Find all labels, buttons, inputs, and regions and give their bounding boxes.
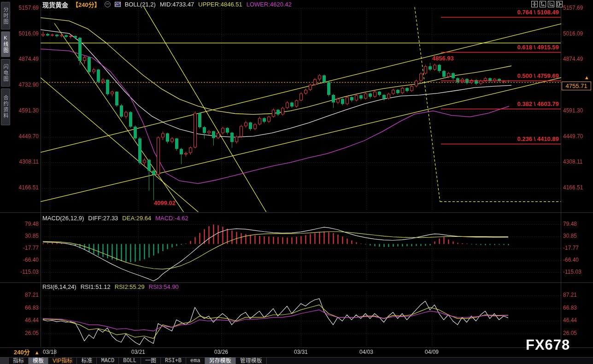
macd-diff-value: DIFF:27.33 [88, 215, 118, 222]
rsi-axis-label: 46.44 [13, 317, 39, 323]
price-axis-label: 4874.49 [13, 56, 39, 62]
rsi-axis-label: 87.21 [13, 292, 39, 298]
toolbar-spacer [0, 358, 9, 364]
last-price-box: 4755.71 [562, 82, 591, 90]
toolbar-item-2[interactable]: 模板 [29, 358, 48, 364]
rsi-axis-label: 26.05 [563, 330, 592, 336]
price-axis-label: 5157.69 [13, 5, 39, 11]
price-chart-header: 现货黄金 【240分】 BOLL(21,2) MID:4733.47 UPPER… [42, 1, 292, 8]
timeframe-label: 【240分】 [72, 0, 100, 9]
rsi-axis-label: 46.44 [563, 317, 592, 323]
macd-indicator-label: MACD(26,12,9) [42, 215, 84, 222]
macd-axis-label: -115.03 [13, 269, 39, 275]
rsi-indicator-label: RSI(6,14,24) [42, 283, 76, 290]
price-axis-label: 4308.11 [13, 159, 39, 165]
chart-application: 分时图K线图闪电图合约资料 现货黄金 【240分】 BOLL(21,2) MID… [0, 0, 593, 364]
price-axis-label: 5016.09 [13, 30, 39, 37]
price-axis-label: 5016.09 [563, 30, 592, 37]
macd-panel-header: MACD(26,12,9) DIFF:27.33 DEA:29.64 MACD:… [42, 215, 188, 222]
boll-upper-value: UPPER:4846.51 [198, 1, 242, 8]
fib-level-label: 0.618 \ 4915.59 [441, 44, 559, 51]
exit-chart-icon[interactable] [556, 1, 563, 7]
chart-canvas[interactable] [0, 0, 593, 364]
toolbar-item-4[interactable]: 标准 [77, 358, 97, 364]
sidebar-item-2[interactable]: K线图 [1, 31, 10, 57]
x-axis-date-label: 03/21 [127, 349, 149, 355]
macd-axis-label: -115.03 [563, 269, 592, 275]
macd-axis-label: -17.77 [13, 245, 39, 251]
chart-type-sidebar: 分时图K线图闪电图合约资料 [0, 0, 10, 203]
x-axis-date-label: 04/03 [355, 349, 377, 355]
price-axis-label: 5157.69 [563, 5, 592, 11]
boll-mid-value: MID:4733.47 [160, 1, 194, 8]
rsi-axis-label: 66.83 [13, 305, 39, 311]
macd-axis-label: 79.48 [13, 221, 39, 227]
rsi2-value: RSI2:55.29 [115, 283, 145, 290]
toolbar-item-6[interactable]: BOLL [119, 358, 141, 364]
rsi-axis-label: 87.21 [563, 292, 592, 298]
toolbar-item-3[interactable]: VIP指标 [48, 358, 77, 364]
chart-style-icon[interactable] [115, 2, 121, 7]
sidebar-item-4[interactable]: 合约资料 [1, 88, 10, 125]
toolbar-item-1[interactable]: 指标 [9, 358, 29, 364]
fx678-watermark: FX678 [526, 337, 570, 353]
x-axis-date-label: 04/09 [421, 349, 443, 355]
symbol-name: 现货黄金 [42, 0, 68, 9]
fib-level-label: 0.382 \ 4603.79 [441, 100, 559, 107]
bottom-toolbar: 指标模板VIP指标标准MACDBOLL一图RSI+Bema另存模板管理模板 [0, 357, 593, 364]
boll-indicator-label: BOLL(21,2) [125, 1, 156, 8]
boll-lower-value: LOWER:4620.42 [247, 1, 292, 8]
interval-label: 240分 [14, 349, 30, 356]
x-axis-date-label: 03/18 [39, 349, 61, 355]
rsi-panel-header: RSI(6,14,24) RSI1:51.12 RSI2:55.29 RSI3:… [42, 283, 179, 290]
toolbar-item-8[interactable]: RSI+B [161, 358, 186, 364]
price-axis-label: 4449.70 [13, 133, 39, 140]
macd-axis-label: -66.40 [13, 257, 39, 263]
axis-zoom-y-icon[interactable] [540, 1, 546, 7]
fib-level-label: 0.500 \ 4759.69 [441, 72, 559, 79]
sidebar-item-3[interactable]: 闪电图 [1, 59, 10, 87]
macd-axis-label: 79.48 [563, 221, 592, 227]
price-axis-label: 4591.30 [13, 107, 39, 114]
rsi-axis-label: 26.05 [13, 330, 39, 336]
rsi-axis-label: 66.83 [563, 305, 592, 311]
collapse-icon[interactable] [105, 1, 111, 7]
price-axis-label: 4166.51 [563, 184, 592, 191]
axis-zoom-x-icon[interactable] [548, 1, 554, 7]
macd-macd-value: MACD:-4.62 [155, 215, 188, 222]
macd-dea-value: DEA:29.64 [122, 215, 151, 222]
macd-axis-label: -66.40 [563, 257, 592, 263]
toolbar-item-9[interactable]: ema [186, 358, 205, 364]
chart-toolbar [531, 1, 563, 7]
price-up-arrow-icon: ▲ [584, 75, 589, 80]
pan-tool-icon[interactable] [531, 1, 538, 7]
toolbar-item-5[interactable]: MACD [97, 358, 119, 364]
sidebar-item-1[interactable]: 分时图 [1, 2, 10, 29]
macd-axis-label: 30.85 [13, 233, 39, 239]
fib-level-label: 0.764 \ 5108.49 [441, 9, 559, 16]
price-axis-label: 4166.51 [13, 184, 39, 191]
price-axis-label: 4591.30 [563, 107, 592, 114]
price-annotation: 4856.93 [432, 55, 454, 62]
price-axis-label: 4449.70 [563, 133, 592, 140]
macd-axis-label: 30.85 [563, 233, 592, 239]
toolbar-item-7[interactable]: 一图 [141, 358, 161, 364]
fib-level-label: 0.236 \ 4410.89 [441, 135, 559, 142]
rsi3-value: RSI3:54.90 [149, 283, 179, 290]
toolbar-item-10[interactable]: 另存模板 [205, 358, 236, 364]
price-axis-label: 4732.90 [13, 82, 39, 88]
macd-axis-label: -17.77 [563, 245, 592, 251]
toolbar-item-11[interactable]: 管理模板 [236, 358, 267, 364]
x-axis-date-label: 03/26 [210, 349, 232, 355]
price-axis-label: 4308.11 [563, 159, 592, 165]
price-annotation: 4099.02 [154, 200, 176, 206]
x-axis-date-label: 03/31 [290, 349, 312, 355]
rsi1-value: RSI1:51.12 [81, 283, 111, 290]
price-axis-label: 4874.49 [563, 56, 592, 62]
